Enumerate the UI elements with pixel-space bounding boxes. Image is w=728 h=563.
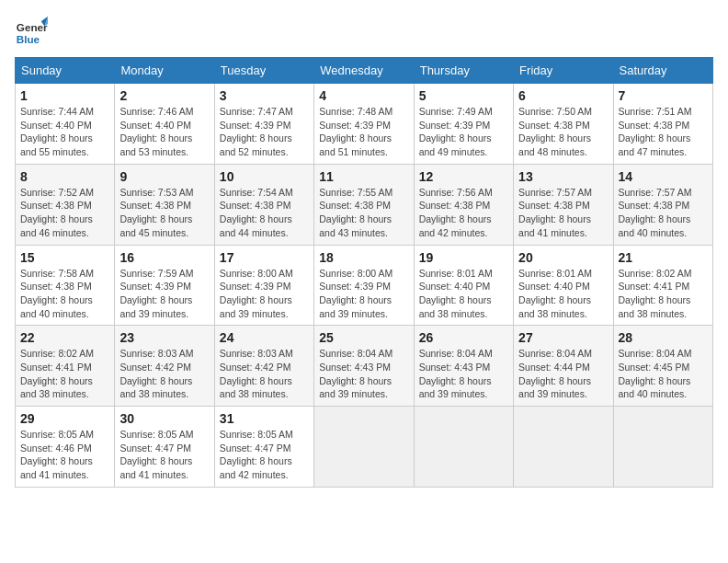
day-detail: Sunrise: 7:47 AM Sunset: 4:39 PM Dayligh… (220, 105, 309, 159)
day-detail: Sunrise: 7:53 AM Sunset: 4:38 PM Dayligh… (119, 186, 209, 240)
weekday-header-friday: Friday (514, 58, 613, 84)
calendar-table: SundayMondayTuesdayWednesdayThursdayFrid… (15, 57, 713, 488)
day-detail: Sunrise: 8:05 AM Sunset: 4:47 PM Dayligh… (220, 428, 309, 482)
day-number: 19 (419, 250, 508, 265)
weekday-header-saturday: Saturday (613, 58, 712, 84)
day-number: 3 (220, 88, 309, 103)
calendar-cell: 4 Sunrise: 7:48 AM Sunset: 4:39 PM Dayli… (314, 84, 414, 165)
calendar-cell: 31 Sunrise: 8:05 AM Sunset: 4:47 PM Dayl… (214, 407, 313, 488)
day-number: 31 (220, 411, 309, 426)
svg-text:Blue: Blue (17, 33, 40, 45)
day-number: 16 (119, 250, 209, 265)
calendar-cell: 23 Sunrise: 8:03 AM Sunset: 4:42 PM Dayl… (115, 326, 214, 407)
day-detail: Sunrise: 8:04 AM Sunset: 4:44 PM Dayligh… (518, 347, 608, 401)
calendar-cell: 20 Sunrise: 8:01 AM Sunset: 4:40 PM Dayl… (514, 245, 613, 326)
calendar-cell: 25 Sunrise: 8:04 AM Sunset: 4:43 PM Dayl… (314, 326, 414, 407)
day-number: 14 (619, 169, 708, 184)
calendar-cell: 14 Sunrise: 7:57 AM Sunset: 4:38 PM Dayl… (613, 164, 712, 245)
day-number: 15 (20, 250, 109, 265)
calendar-week-2: 8 Sunrise: 7:52 AM Sunset: 4:38 PM Dayli… (16, 164, 713, 245)
logo: General Blue (15, 15, 53, 48)
day-number: 5 (419, 88, 508, 103)
calendar-cell: 21 Sunrise: 8:02 AM Sunset: 4:41 PM Dayl… (613, 245, 712, 326)
calendar-cell: 8 Sunrise: 7:52 AM Sunset: 4:38 PM Dayli… (16, 164, 115, 245)
day-detail: Sunrise: 7:54 AM Sunset: 4:38 PM Dayligh… (220, 186, 309, 240)
calendar-cell: 16 Sunrise: 7:59 AM Sunset: 4:39 PM Dayl… (115, 245, 214, 326)
day-detail: Sunrise: 8:02 AM Sunset: 4:41 PM Dayligh… (619, 267, 708, 321)
calendar-cell (613, 407, 712, 488)
calendar-body: 1 Sunrise: 7:44 AM Sunset: 4:40 PM Dayli… (16, 84, 713, 488)
calendar-week-1: 1 Sunrise: 7:44 AM Sunset: 4:40 PM Dayli… (16, 84, 713, 165)
calendar-week-3: 15 Sunrise: 7:58 AM Sunset: 4:38 PM Dayl… (16, 245, 713, 326)
calendar-cell: 1 Sunrise: 7:44 AM Sunset: 4:40 PM Dayli… (16, 84, 115, 165)
day-number: 28 (619, 330, 708, 345)
calendar-cell: 27 Sunrise: 8:04 AM Sunset: 4:44 PM Dayl… (514, 326, 613, 407)
calendar-cell: 5 Sunrise: 7:49 AM Sunset: 4:39 PM Dayli… (414, 84, 513, 165)
day-detail: Sunrise: 8:04 AM Sunset: 4:45 PM Dayligh… (619, 347, 708, 401)
day-number: 25 (319, 330, 408, 345)
weekday-header-thursday: Thursday (414, 58, 513, 84)
day-number: 11 (319, 169, 408, 184)
day-detail: Sunrise: 7:48 AM Sunset: 4:39 PM Dayligh… (319, 105, 408, 159)
calendar-cell (414, 407, 513, 488)
page-header: General Blue (15, 15, 713, 48)
day-detail: Sunrise: 8:05 AM Sunset: 4:46 PM Dayligh… (20, 428, 109, 482)
day-number: 18 (319, 250, 408, 265)
day-detail: Sunrise: 8:03 AM Sunset: 4:42 PM Dayligh… (220, 347, 309, 401)
day-detail: Sunrise: 8:01 AM Sunset: 4:40 PM Dayligh… (419, 267, 508, 321)
day-detail: Sunrise: 7:46 AM Sunset: 4:40 PM Dayligh… (119, 105, 209, 159)
calendar-cell: 13 Sunrise: 7:57 AM Sunset: 4:38 PM Dayl… (514, 164, 613, 245)
day-detail: Sunrise: 8:00 AM Sunset: 4:39 PM Dayligh… (220, 267, 309, 321)
calendar-cell: 22 Sunrise: 8:02 AM Sunset: 4:41 PM Dayl… (16, 326, 115, 407)
day-detail: Sunrise: 8:02 AM Sunset: 4:41 PM Dayligh… (20, 347, 109, 401)
day-detail: Sunrise: 8:00 AM Sunset: 4:39 PM Dayligh… (319, 267, 408, 321)
calendar-cell: 11 Sunrise: 7:55 AM Sunset: 4:38 PM Dayl… (314, 164, 414, 245)
day-number: 13 (518, 169, 608, 184)
day-number: 8 (20, 169, 109, 184)
day-detail: Sunrise: 7:49 AM Sunset: 4:39 PM Dayligh… (419, 105, 508, 159)
day-number: 24 (220, 330, 309, 345)
calendar-week-4: 22 Sunrise: 8:02 AM Sunset: 4:41 PM Dayl… (16, 326, 713, 407)
day-detail: Sunrise: 7:57 AM Sunset: 4:38 PM Dayligh… (619, 186, 708, 240)
calendar-cell: 3 Sunrise: 7:47 AM Sunset: 4:39 PM Dayli… (214, 84, 313, 165)
calendar-cell: 9 Sunrise: 7:53 AM Sunset: 4:38 PM Dayli… (115, 164, 214, 245)
weekday-header-wednesday: Wednesday (314, 58, 414, 84)
day-detail: Sunrise: 8:04 AM Sunset: 4:43 PM Dayligh… (419, 347, 508, 401)
calendar-cell: 15 Sunrise: 7:58 AM Sunset: 4:38 PM Dayl… (16, 245, 115, 326)
day-number: 23 (119, 330, 209, 345)
day-detail: Sunrise: 7:57 AM Sunset: 4:38 PM Dayligh… (518, 186, 608, 240)
day-detail: Sunrise: 8:01 AM Sunset: 4:40 PM Dayligh… (518, 267, 608, 321)
day-detail: Sunrise: 8:03 AM Sunset: 4:42 PM Dayligh… (119, 347, 209, 401)
day-detail: Sunrise: 8:05 AM Sunset: 4:47 PM Dayligh… (119, 428, 209, 482)
calendar-cell: 30 Sunrise: 8:05 AM Sunset: 4:47 PM Dayl… (115, 407, 214, 488)
day-number: 9 (119, 169, 209, 184)
logo-icon: General Blue (15, 15, 48, 48)
day-number: 22 (20, 330, 109, 345)
day-detail: Sunrise: 7:51 AM Sunset: 4:38 PM Dayligh… (619, 105, 708, 159)
day-number: 27 (518, 330, 608, 345)
calendar-cell: 7 Sunrise: 7:51 AM Sunset: 4:38 PM Dayli… (613, 84, 712, 165)
calendar-cell: 28 Sunrise: 8:04 AM Sunset: 4:45 PM Dayl… (613, 326, 712, 407)
day-number: 7 (619, 88, 708, 103)
calendar-cell: 17 Sunrise: 8:00 AM Sunset: 4:39 PM Dayl… (214, 245, 313, 326)
day-number: 29 (20, 411, 109, 426)
day-number: 1 (20, 88, 109, 103)
calendar-cell: 24 Sunrise: 8:03 AM Sunset: 4:42 PM Dayl… (214, 326, 313, 407)
day-number: 10 (220, 169, 309, 184)
weekday-header-tuesday: Tuesday (214, 58, 313, 84)
day-detail: Sunrise: 7:58 AM Sunset: 4:38 PM Dayligh… (20, 267, 109, 321)
calendar-cell: 2 Sunrise: 7:46 AM Sunset: 4:40 PM Dayli… (115, 84, 214, 165)
day-number: 20 (518, 250, 608, 265)
calendar-week-5: 29 Sunrise: 8:05 AM Sunset: 4:46 PM Dayl… (16, 407, 713, 488)
calendar-cell: 12 Sunrise: 7:56 AM Sunset: 4:38 PM Dayl… (414, 164, 513, 245)
day-number: 12 (419, 169, 508, 184)
day-detail: Sunrise: 7:44 AM Sunset: 4:40 PM Dayligh… (20, 105, 109, 159)
day-number: 4 (319, 88, 408, 103)
day-number: 6 (518, 88, 608, 103)
day-number: 21 (619, 250, 708, 265)
calendar-cell: 6 Sunrise: 7:50 AM Sunset: 4:38 PM Dayli… (514, 84, 613, 165)
day-detail: Sunrise: 7:50 AM Sunset: 4:38 PM Dayligh… (518, 105, 608, 159)
day-number: 30 (119, 411, 209, 426)
day-number: 2 (119, 88, 209, 103)
calendar-cell (314, 407, 414, 488)
